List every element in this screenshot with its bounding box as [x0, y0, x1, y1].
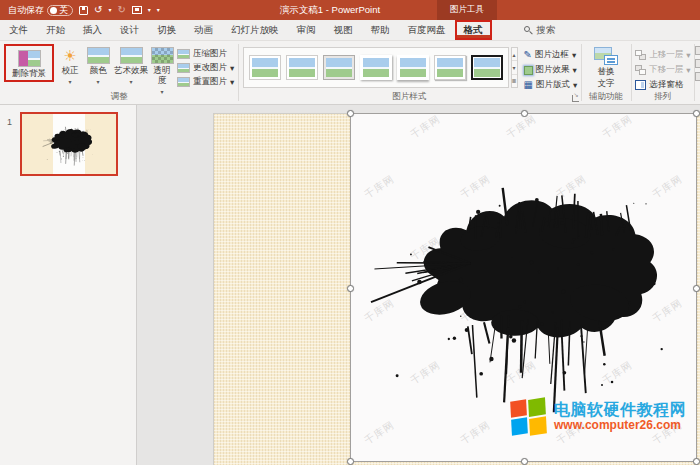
- resize-handle-top-right[interactable]: [693, 110, 700, 117]
- site-logo: 电脑软硬件教程网 www.computer26.com: [511, 399, 686, 435]
- undo-dropdown-icon[interactable]: ▾: [108, 7, 111, 13]
- picture-styles-gallery[interactable]: [243, 47, 509, 88]
- align-icon[interactable]: [695, 46, 700, 55]
- picture-style-option[interactable]: [434, 55, 466, 80]
- customize-qat-icon[interactable]: ▾: [157, 7, 160, 13]
- tab-design[interactable]: 设计: [111, 20, 148, 40]
- tab-format-active[interactable]: 格式: [455, 20, 492, 40]
- change-picture-button[interactable]: 更改图片 ▾: [177, 62, 234, 74]
- resize-handle-top-left[interactable]: [347, 110, 354, 117]
- selected-picture[interactable]: 千库网千库网千库网千库网千库网千库网千库网千库网千库网千库网千库网千库网千库网千…: [350, 113, 697, 462]
- content-area: 1 千库网千库网千库网千库网千库网千库网千库网千库网千库网千库网千库网千库网千库…: [0, 105, 700, 465]
- autosave-switch[interactable]: 关: [47, 5, 73, 16]
- slideshow-dropdown-icon[interactable]: ▾: [148, 7, 151, 13]
- alt-text-icon: [594, 47, 618, 65]
- tab-home[interactable]: 开始: [37, 20, 74, 40]
- picture-effects-button[interactable]: 图片效果 ▾: [524, 64, 578, 76]
- picture-layout-button[interactable]: ▦ 图片版式 ▾: [524, 79, 578, 91]
- save-icon[interactable]: [79, 6, 88, 15]
- artistic-effects-button[interactable]: 艺术效果 ▾: [112, 44, 150, 85]
- resize-handle-bottom-middle[interactable]: [521, 458, 528, 465]
- picture-style-option[interactable]: [397, 55, 429, 80]
- selection-pane-button[interactable]: 选择窗格: [635, 79, 690, 91]
- tab-animations[interactable]: 动画: [185, 20, 222, 40]
- group-label-adjust: 调整: [0, 91, 238, 103]
- gallery-scroll-down-icon[interactable]: ▾: [512, 61, 517, 74]
- slide-thumbnail-panel[interactable]: 1: [0, 105, 137, 465]
- autosave-toggle[interactable]: 自动保存 关: [8, 4, 73, 17]
- ribbon: 删除背景 ☀ 校正 ▾ 颜色 ▾ 艺术效果 ▾ 透明度 ▾: [0, 41, 700, 105]
- change-picture-icon: [177, 63, 190, 73]
- slide-workspace[interactable]: 千库网千库网千库网千库网千库网千库网千库网千库网千库网千库网千库网千库网千库网千…: [137, 105, 700, 465]
- undo-icon[interactable]: ↺: [94, 5, 102, 15]
- picture-style-option[interactable]: [471, 55, 503, 80]
- powerpoint-window: 自动保存 关 ↺ ▾ ↻ ▾ ▾ 演示文稿1 - PowerPoint 图片工具…: [0, 0, 700, 465]
- tab-baidu-netdisk[interactable]: 百度网盘: [399, 20, 455, 40]
- group-label-accessibility: 辅助功能: [581, 91, 631, 103]
- dropdown-arrow-icon: ▾: [129, 78, 132, 85]
- dropdown-arrow-icon: ▾: [230, 63, 234, 73]
- slide-number: 1: [7, 117, 12, 127]
- corrections-button[interactable]: ☀ 校正 ▾: [56, 44, 84, 85]
- transparency-icon: [151, 47, 174, 64]
- tab-file[interactable]: 文件: [0, 20, 37, 40]
- dropdown-arrow-icon: ▾: [68, 78, 71, 85]
- resize-handle-bottom-left[interactable]: [347, 458, 354, 465]
- picture-effects-icon: [524, 66, 533, 75]
- picture-tools-context-label: 图片工具: [437, 0, 497, 20]
- tab-review[interactable]: 审阅: [288, 20, 325, 40]
- color-button[interactable]: 颜色 ▾: [84, 44, 112, 85]
- group-accessibility: 替换 文字 辅助功能: [581, 41, 631, 104]
- corrections-sun-icon: ☀: [63, 47, 76, 64]
- start-slideshow-icon[interactable]: [132, 6, 142, 14]
- slide-1-thumbnail[interactable]: [20, 112, 118, 176]
- group-icon[interactable]: [695, 59, 700, 68]
- picture-style-option[interactable]: [360, 55, 392, 80]
- arrange-buttons: 上移一层 ▾ 下移一层 ▾ 选择窗格: [635, 44, 690, 91]
- picture-layout-grid-icon: ▦: [524, 80, 533, 90]
- selection-pane-icon: [635, 80, 646, 90]
- compress-picture-button[interactable]: 压缩图片: [177, 48, 234, 60]
- artistic-effects-icon: [120, 47, 143, 64]
- tab-help[interactable]: 帮助: [362, 20, 399, 40]
- gallery-scroll-up-icon[interactable]: ▴: [512, 48, 517, 61]
- transparency-button[interactable]: 透明度 ▾: [150, 44, 174, 95]
- dropdown-arrow-icon: ▾: [573, 80, 577, 90]
- group-label-arrange: 排列: [631, 91, 694, 103]
- picture-style-option[interactable]: [323, 55, 355, 80]
- site-name: 电脑软硬件教程网: [554, 401, 686, 419]
- group-arrange: 上移一层 ▾ 下移一层 ▾ 选择窗格 排列: [631, 41, 694, 104]
- alt-text-button[interactable]: 替换 文字: [585, 44, 627, 89]
- tab-slideshow[interactable]: 幻灯片放映: [222, 20, 288, 40]
- tab-view[interactable]: 视图: [325, 20, 362, 40]
- dropdown-arrow-icon: ▾: [686, 65, 690, 75]
- picture-style-option[interactable]: [286, 55, 318, 80]
- send-backward-icon: [635, 65, 646, 75]
- resize-handle-bottom-right[interactable]: [693, 458, 700, 465]
- dropdown-arrow-icon: ▾: [686, 50, 690, 60]
- resize-handle-right-middle[interactable]: [693, 285, 700, 292]
- picture-border-button[interactable]: ✎ 图片边框 ▾: [524, 49, 578, 61]
- quick-access-toolbar: 自动保存 关 ↺ ▾ ↻ ▾ ▾: [0, 4, 160, 17]
- autosave-state: 关: [59, 4, 68, 17]
- color-icon: [87, 47, 110, 64]
- gallery-more-icon[interactable]: ≣: [512, 75, 517, 87]
- group-label-picture-styles: 图片样式: [239, 91, 581, 103]
- title-bar: 自动保存 关 ↺ ▾ ↻ ▾ ▾ 演示文稿1 - PowerPoint 图片工具: [0, 0, 700, 20]
- resize-handle-top-middle[interactable]: [521, 110, 528, 117]
- rotate-icon[interactable]: [695, 72, 700, 81]
- dropdown-arrow-icon: ▾: [572, 50, 576, 60]
- tell-me-search[interactable]: 搜索: [524, 20, 556, 40]
- send-backward-button: 下移一层 ▾: [635, 64, 690, 76]
- remove-background-annotation-box: 删除背景: [4, 44, 54, 82]
- windows-flag-icon: [510, 398, 548, 436]
- toggle-dot-icon: [50, 7, 57, 14]
- thumbnail-ink-splatter: [22, 114, 116, 174]
- remove-background-button[interactable]: 删除背景: [7, 47, 51, 79]
- tab-transitions[interactable]: 切换: [148, 20, 185, 40]
- reset-picture-button[interactable]: 重置图片 ▾: [177, 76, 234, 88]
- site-url: www.computer26.com: [554, 419, 681, 433]
- resize-handle-left-middle[interactable]: [347, 285, 354, 292]
- tab-insert[interactable]: 插入: [74, 20, 111, 40]
- picture-style-option[interactable]: [249, 55, 281, 80]
